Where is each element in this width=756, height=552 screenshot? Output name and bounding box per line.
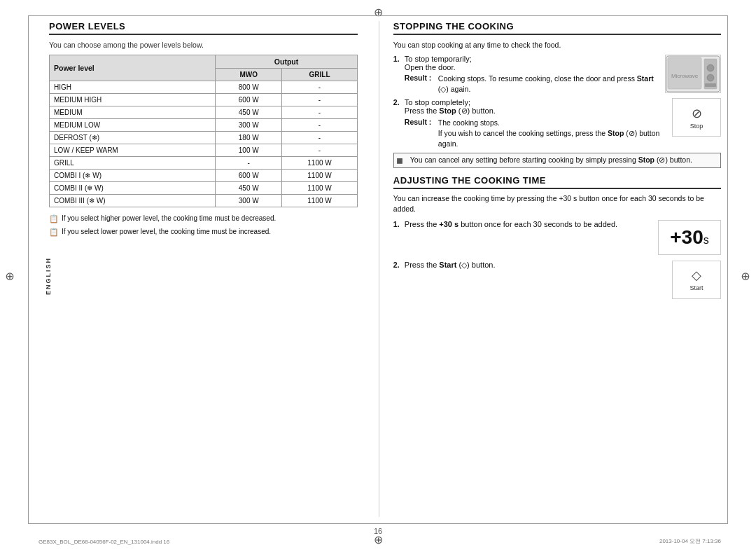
step2-content: To stop completely; Press the Stop (⊘) b… xyxy=(405,98,721,149)
adjusting-title: ADJUSTING THE COOKING TIME xyxy=(393,175,721,189)
plus30-display: +30s xyxy=(658,220,721,255)
border-left xyxy=(28,15,29,524)
power-table: Power level Output MWO GRILL HIGH800 W-M… xyxy=(49,55,358,207)
adjust-step2-row: Press the Start (◇) button. ◇ Start xyxy=(405,261,721,299)
table-row: GRILL-1100 W xyxy=(50,157,358,170)
table-cell-grill: 1100 W xyxy=(282,182,358,195)
adjust-step1-bold: +30 s xyxy=(439,220,458,228)
stopping-subtitle: You can stop cooking at any time to chec… xyxy=(393,41,721,49)
svg-text:Microwave: Microwave xyxy=(671,73,699,79)
reg-mark-top: ⊕ xyxy=(374,6,383,19)
adjust-step1-text: Press the +30 s button once for each 30 … xyxy=(405,220,652,228)
step2-result2: If you wish to cancel the cooking settin… xyxy=(438,129,660,148)
step1-text-block: To stop temporarily; Open the door. Resu… xyxy=(405,55,659,94)
cancel-note: ◼ You can cancel any setting before star… xyxy=(393,153,721,168)
table-row: MEDIUM HIGH600 W- xyxy=(50,94,358,106)
table-cell-level: COMBI I (❄ W) xyxy=(50,170,216,182)
step1-result-end: again. xyxy=(451,85,471,93)
step1-result-text: Cooking stops. To resume cooking, close … xyxy=(438,74,659,94)
table-cell-mwo: 800 W xyxy=(216,81,282,94)
table-cell-level: COMBI III (❄ W) xyxy=(50,195,216,207)
adjust-step1-pre: Press the xyxy=(405,220,437,228)
adjust-step1-content: Press the +30 s button once for each 30 … xyxy=(405,220,721,255)
adjusting-subtitle: You can increase the cooking time by pre… xyxy=(393,193,721,214)
table-cell-mwo: 300 W xyxy=(216,195,282,207)
step1-result-main: Cooking stops. To resume cooking, close … xyxy=(438,74,635,83)
footer-right: 2013-10-04 오전 7:13:36 xyxy=(659,537,721,545)
border-top xyxy=(28,15,728,16)
table-cell-mwo: 600 W xyxy=(216,170,282,182)
table-row: DEFROST (❄)180 W- xyxy=(50,132,358,144)
adjust-step2-text: Press the Start (◇) button. xyxy=(405,261,666,270)
table-cell-grill: 1100 W xyxy=(282,195,358,207)
adjust-step1-num: 1. xyxy=(393,220,402,228)
adjust-step2-bold: Start xyxy=(439,261,456,269)
table-cell-level: MEDIUM LOW xyxy=(50,119,216,132)
step2-row: To stop completely; Press the Stop (⊘) b… xyxy=(405,98,721,149)
main-content: POWER LEVELS You can choose among the po… xyxy=(49,21,721,517)
adjust-step1: 1. Press the +30 s button once for each … xyxy=(393,220,721,255)
table-cell-mwo: 450 W xyxy=(216,182,282,195)
step2-sub-end: button. xyxy=(472,106,496,115)
column-divider xyxy=(379,21,379,517)
stop-label: Stop xyxy=(690,123,704,130)
power-levels-subtitle: You can choose among the power levels be… xyxy=(49,41,358,49)
table-cell-level: COMBI II (❄ W) xyxy=(50,182,216,195)
table-cell-mwo: 100 W xyxy=(216,144,282,157)
step2-result-label: Result : xyxy=(405,118,434,126)
border-right xyxy=(727,15,728,524)
note-lower-text: If you select lower power level, the coo… xyxy=(62,228,271,235)
table-row: LOW / KEEP WARM100 W- xyxy=(50,144,358,157)
note-icon-1: 📋 xyxy=(49,214,59,223)
cancel-note-text: You can cancel any setting before starti… xyxy=(410,156,692,164)
table-cell-level: MEDIUM xyxy=(50,106,216,119)
stopping-step1: 1. To stop temporarily; Open the door. R… xyxy=(393,55,721,94)
note-higher-text: If you select higher power level, the co… xyxy=(62,214,276,222)
svg-point-4 xyxy=(707,74,714,81)
footer-left: GE83X_BOL_DE68-04056F-02_EN_131004.indd … xyxy=(38,539,169,545)
stop-icon: ⊘ xyxy=(692,106,702,121)
step1-content: To stop temporarily; Open the door. Resu… xyxy=(405,55,721,94)
note-higher: 📋 If you select higher power level, the … xyxy=(49,214,358,223)
power-levels-section: POWER LEVELS You can choose among the po… xyxy=(49,21,372,517)
table-row: MEDIUM450 W- xyxy=(50,106,358,119)
adjust-step2: 2. Press the Start (◇) button. ◇ Sta xyxy=(393,261,721,299)
table-row: COMBI II (❄ W)450 W1100 W xyxy=(50,182,358,195)
plus30-number: +30 xyxy=(670,226,704,248)
table-cell-mwo: 600 W xyxy=(216,94,282,106)
microwave-image: Microwave xyxy=(665,55,721,93)
start-icon: ◇ xyxy=(692,268,701,283)
step2-result1: The cooking stops. xyxy=(438,118,500,127)
cancel-note-icon: ◼ xyxy=(396,156,407,165)
table-cell-level: HIGH xyxy=(50,81,216,94)
table-col-power: Power level xyxy=(50,55,216,81)
stopping-step2: 2. To stop completely; Press the Stop (⊘… xyxy=(393,98,721,149)
adjust-step1-row: Press the +30 s button once for each 30 … xyxy=(405,220,721,255)
stopping-title: STOPPING THE COOKING xyxy=(393,21,721,35)
table-row: COMBI III (❄ W)300 W1100 W xyxy=(50,195,358,207)
step1-result-bold: Start xyxy=(637,74,654,83)
svg-point-3 xyxy=(707,64,714,71)
table-cell-grill: - xyxy=(282,132,358,144)
start-button-box: ◇ Start xyxy=(672,261,721,299)
power-levels-title: POWER LEVELS xyxy=(49,21,358,35)
step1-result-label: Result : xyxy=(405,74,434,82)
table-cell-grill: - xyxy=(282,106,358,119)
step2-result-row: Result : The cooking stops. If you wish … xyxy=(405,118,666,149)
page-number: 16 xyxy=(374,527,382,535)
table-col-mwo: MWO xyxy=(216,69,282,81)
table-cell-mwo: - xyxy=(216,157,282,170)
stopping-section: STOPPING THE COOKING You can stop cookin… xyxy=(393,21,721,168)
table-row: COMBI I (❄ W)600 W1100 W xyxy=(50,170,358,182)
adjust-step2-content: Press the Start (◇) button. ◇ Start xyxy=(405,261,721,299)
stop-button-box: ⊘ Stop xyxy=(672,98,721,137)
note-lower: 📋 If you select lower power level, the c… xyxy=(49,228,358,237)
table-cell-grill: - xyxy=(282,94,358,106)
cancel-note-end: button. xyxy=(670,156,692,164)
step2-result2-pre: If you wish to cancel the cooking settin… xyxy=(438,129,606,137)
table-cell-level: MEDIUM HIGH xyxy=(50,94,216,106)
table-cell-level: LOW / KEEP WARM xyxy=(50,144,216,157)
start-label: Start xyxy=(690,284,703,291)
table-cell-grill: - xyxy=(282,119,358,132)
step2-result-text: The cooking stops. If you wish to cancel… xyxy=(438,118,666,149)
